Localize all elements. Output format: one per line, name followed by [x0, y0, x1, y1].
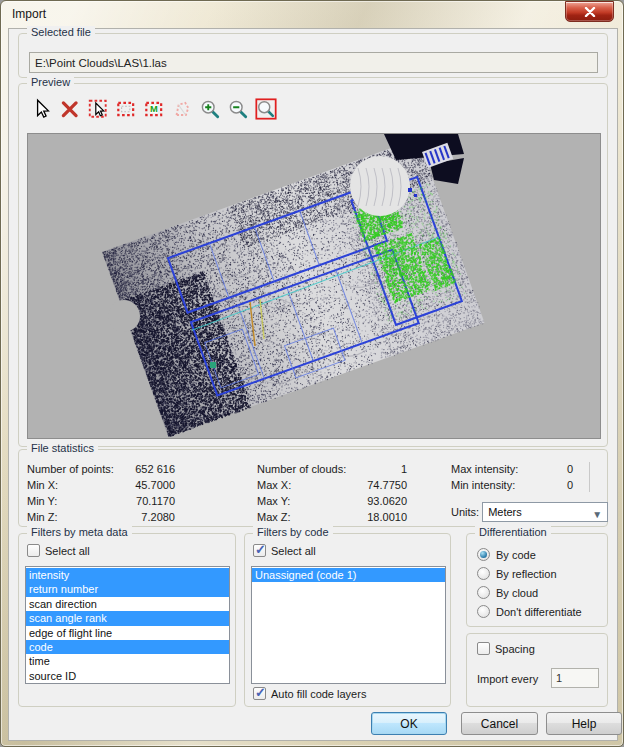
radio-icon	[477, 586, 490, 599]
stat-label: Number of clouds:	[257, 461, 359, 477]
filters-meta-group: Filters by meta data Select all intensit…	[18, 533, 236, 707]
list-item[interactable]: time	[26, 654, 229, 668]
preview-viewport[interactable]	[27, 133, 601, 439]
filters-code-group-label: Filters by code	[253, 526, 333, 538]
code-select-all-checkbox[interactable]	[253, 544, 266, 557]
stat-label: Max intensity:	[451, 461, 539, 477]
file-statistics-group: File statistics Number of points:652 616…	[18, 449, 608, 527]
stat-value: 652 616	[127, 461, 175, 477]
spacing-checkbox[interactable]	[477, 642, 490, 655]
stat-row: Min Y:70.1170	[27, 493, 175, 509]
preview-toolbar: M	[30, 97, 278, 123]
spacing-group: Spacing Import every	[466, 633, 608, 707]
stats-divider	[589, 462, 590, 492]
stat-label: Number of points:	[27, 461, 127, 477]
list-item[interactable]: code	[26, 640, 229, 654]
stat-value: 1	[359, 461, 407, 477]
import-dialog: Import Selected file Preview	[0, 0, 624, 747]
cancel-button[interactable]: Cancel	[461, 712, 538, 735]
list-item[interactable]: return number	[26, 582, 229, 596]
code-select-all[interactable]: Select all	[253, 544, 316, 557]
stat-value: 93.0620	[359, 493, 407, 509]
list-item[interactable]: source ID	[26, 669, 229, 683]
ok-button[interactable]: OK	[371, 712, 447, 735]
pointer-tool-button[interactable]	[30, 97, 54, 121]
stat-label: Min Z:	[27, 509, 127, 525]
stat-row: Max X:74.7750	[257, 477, 407, 493]
rectangle-select-tool-button[interactable]	[114, 97, 138, 121]
meta-filter-list[interactable]: intensityreturn numberscan directionscan…	[25, 566, 230, 684]
import-every-label: Import every	[477, 673, 538, 685]
zoom-in-tool-button[interactable]	[198, 97, 222, 121]
radio-option[interactable]: By reflection	[477, 567, 557, 580]
zoom-window-tool-button[interactable]	[254, 97, 278, 121]
zoom-out-icon	[227, 98, 249, 120]
radio-icon	[477, 548, 490, 561]
stat-row: Max intensity:0	[451, 461, 573, 477]
title-bar[interactable]: Import	[1, 1, 623, 28]
meta-select-all-checkbox[interactable]	[27, 544, 40, 557]
list-item[interactable]: Unassigned (code 1)	[252, 568, 445, 582]
list-item[interactable]: intensity	[26, 568, 229, 582]
selected-file-path[interactable]	[29, 52, 598, 73]
code-filter-list[interactable]: Unassigned (code 1)	[251, 566, 446, 684]
units-label: Units:	[451, 506, 479, 518]
units-select[interactable]: Meters ▼	[482, 502, 608, 522]
stat-label: Min X:	[27, 477, 127, 493]
stat-value: 7.2080	[127, 509, 175, 525]
close-button[interactable]	[565, 1, 614, 22]
stat-row: Number of clouds:1	[257, 461, 407, 477]
stat-row: Number of points:652 616	[27, 461, 175, 477]
zoom-window-icon	[255, 98, 277, 120]
stat-label: Min intensity:	[451, 477, 539, 493]
spacing-option[interactable]: Spacing	[477, 642, 535, 655]
stat-row: Min Z:7.2080	[27, 509, 175, 525]
auto-fill-option[interactable]: Auto fill code layers	[253, 687, 366, 700]
preview-group: Preview	[18, 83, 608, 447]
radio-label: By reflection	[496, 568, 557, 580]
stat-row: Max Z:18.0010	[257, 509, 407, 525]
radio-option[interactable]: By cloud	[477, 586, 538, 599]
auto-fill-checkbox[interactable]	[253, 687, 266, 700]
radio-option[interactable]: By code	[477, 548, 536, 561]
radio-option[interactable]: Don't differentiate	[477, 605, 582, 618]
window-title: Import	[12, 7, 46, 21]
meta-select-icon: M	[143, 98, 165, 120]
code-select-all-label: Select all	[271, 545, 316, 557]
stat-row: Min X:45.7000	[27, 477, 175, 493]
zoom-out-tool-button[interactable]	[226, 97, 250, 121]
file-statistics-group-label: File statistics	[27, 442, 98, 454]
filters-code-group: Filters by code Select all Unassigned (c…	[244, 533, 451, 707]
units-row: Units: Meters ▼	[451, 502, 608, 522]
units-value: Meters	[488, 506, 522, 518]
svg-text:M: M	[150, 104, 158, 114]
point-cloud-preview[interactable]	[28, 134, 600, 438]
radio-label: Don't differentiate	[496, 606, 582, 618]
stat-value: 0	[539, 461, 573, 477]
radio-icon	[477, 567, 490, 580]
list-item[interactable]: edge of flight line	[26, 626, 229, 640]
stat-row: Min intensity:0	[451, 477, 573, 493]
polygon-select-tool-button[interactable]	[170, 97, 194, 121]
stat-label: Max X:	[257, 477, 359, 493]
zoom-in-icon	[199, 98, 221, 120]
select-pointer-tool-button[interactable]	[86, 97, 110, 121]
polygon-select-icon	[171, 98, 193, 120]
import-every-input[interactable]	[551, 668, 599, 688]
radio-label: By code	[496, 549, 536, 561]
dialog-body: Selected file Preview	[8, 28, 618, 741]
auto-fill-label: Auto fill code layers	[271, 688, 366, 700]
stat-value: 0	[539, 477, 573, 493]
stat-value: 18.0010	[359, 509, 407, 525]
list-item[interactable]: scan angle rank	[26, 611, 229, 625]
stats-column-3: Max intensity:0Min intensity:0	[451, 461, 573, 493]
select-by-meta-tool-button[interactable]: M	[142, 97, 166, 121]
stats-column-1: Number of points:652 616Min X:45.7000Min…	[27, 461, 175, 525]
stats-column-2: Number of clouds:1Max X:74.7750Max Y:93.…	[257, 461, 407, 525]
filters-meta-group-label: Filters by meta data	[27, 526, 132, 538]
delete-selection-tool-button[interactable]	[58, 97, 82, 121]
meta-select-all[interactable]: Select all	[27, 544, 90, 557]
list-item[interactable]: scan direction	[26, 597, 229, 611]
help-button[interactable]: Help	[546, 712, 622, 735]
stat-value: 45.7000	[127, 477, 175, 493]
